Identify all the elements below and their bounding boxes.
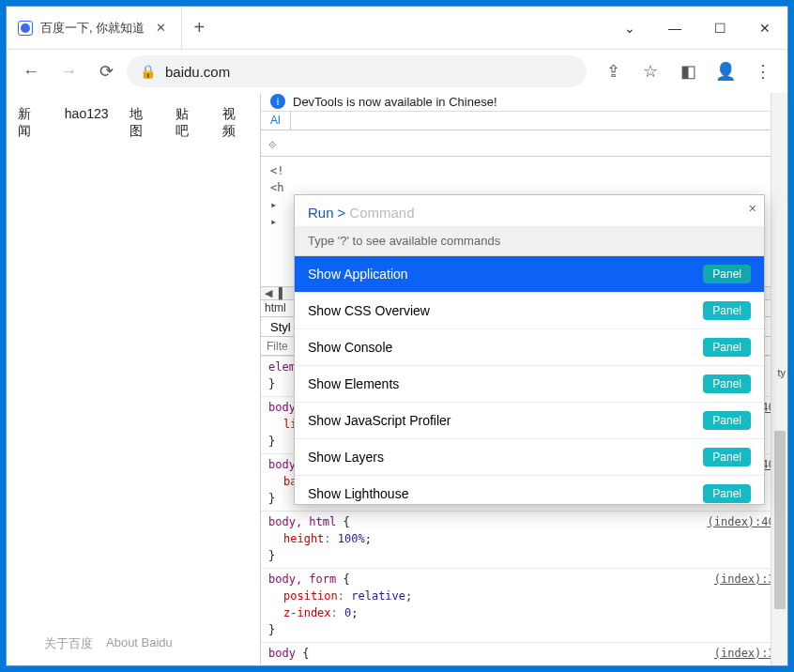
main-area: 新闻hao123地图贴吧视频 关于百度About Baidu i DevTool… [7, 93, 787, 665]
window-maximize-button[interactable]: ☐ [697, 7, 742, 49]
command-item[interactable]: Show ConsolePanel [295, 329, 764, 366]
style-rule[interactable]: (index):30body { [261, 642, 787, 665]
command-run-label: Run [308, 205, 334, 221]
elements-tree-snippet: <!<h▸▸ [270, 162, 283, 230]
page-footer: 关于百度About Baidu [7, 622, 260, 665]
page-nav-link[interactable]: hao123 [65, 106, 109, 140]
command-item-label: Show Layers [308, 450, 384, 465]
url-text: baidu.com [165, 64, 573, 80]
command-item-badge: Panel [703, 484, 751, 503]
command-item[interactable]: Show JavaScript ProfilerPanel [295, 403, 764, 439]
command-item-label: Show JavaScript Profiler [308, 413, 451, 428]
lock-icon: 🔒 [140, 64, 156, 79]
devtools-drawer-scrollbar[interactable] [771, 93, 787, 665]
style-rule[interactable]: (index):31body, form {position: relative… [261, 568, 787, 642]
new-tab-button[interactable]: + [182, 7, 216, 49]
devtools-tree-toolbar: ⟐ [261, 130, 787, 157]
window-close-button[interactable]: ✕ [742, 7, 787, 49]
tab-title: 百度一下, 你就知道 [40, 20, 145, 37]
browser-menu-button[interactable]: ⋮ [746, 54, 780, 88]
devtools-tab-partial[interactable]: Al [261, 112, 291, 130]
tab-favicon-icon [18, 21, 33, 36]
command-item-badge: Panel [703, 411, 751, 430]
command-item[interactable]: Show CSS OverviewPanel [295, 293, 764, 329]
command-item-badge: Panel [703, 374, 751, 393]
browser-tab[interactable]: 百度一下, 你就知道 ✕ [7, 7, 182, 49]
window-minimize-button[interactable]: — [652, 7, 697, 49]
command-item-label: Show Elements [308, 376, 399, 391]
tab-close-icon[interactable]: ✕ [152, 21, 170, 35]
nav-forward-button: → [52, 54, 85, 88]
style-rule[interactable]: (index):404body, html {height: 100%;} [261, 511, 787, 568]
command-list[interactable]: Show ApplicationPanelShow CSS OverviewPa… [295, 256, 764, 504]
omnibox[interactable]: 🔒 baidu.com [127, 55, 587, 87]
info-banner-text: DevTools is now available in Chinese! [293, 95, 497, 109]
page-nav-link[interactable]: 地图 [130, 106, 156, 140]
command-item-label: Show Lighthouse [308, 486, 408, 501]
chevron-right-icon: > [338, 205, 346, 221]
page-content: 新闻hao123地图贴吧视频 关于百度About Baidu [7, 93, 260, 665]
nav-reload-button[interactable]: ⟳ [89, 54, 123, 88]
command-item[interactable]: Show ElementsPanel [295, 366, 764, 403]
command-item-badge: Panel [703, 448, 751, 466]
titlebar: 百度一下, 你就知道 ✕ + ⌄ — ☐ ✕ [7, 7, 787, 50]
command-item-label: Show CSS Overview [308, 303, 430, 318]
command-tip: Type '?' to see available commands [295, 226, 764, 256]
devtools-info-banner[interactable]: i DevTools is now available in Chinese! [261, 93, 787, 112]
command-menu-close-button[interactable]: × [749, 201, 756, 216]
command-placeholder: Command [349, 205, 414, 221]
page-footer-link[interactable]: 关于百度 [44, 635, 93, 652]
page-nav-link[interactable]: 新闻 [18, 106, 44, 140]
share-button[interactable]: ⇪ [596, 54, 630, 88]
profile-button[interactable]: 👤 [709, 54, 742, 88]
address-bar: ← → ⟳ 🔒 baidu.com ⇪ ☆ ◧ 👤 ⋮ [7, 50, 787, 93]
info-icon: i [270, 94, 285, 109]
command-item-badge: Panel [703, 265, 751, 283]
page-nav-link[interactable]: 视频 [222, 106, 249, 140]
command-item-badge: Panel [703, 338, 751, 357]
command-item-label: Show Console [308, 340, 392, 355]
page-nav: 新闻hao123地图贴吧视频 [7, 93, 260, 153]
command-menu: × Run > Command Type '?' to see availabl… [294, 194, 765, 505]
command-item[interactable]: Show ApplicationPanel [295, 256, 764, 293]
window-controls: ⌄ — ☐ ✕ [607, 7, 787, 49]
devtools-side-cutoff-text: ty [777, 367, 786, 378]
devtools-tabstrip: Al [261, 112, 787, 130]
page-footer-link[interactable]: About Baidu [106, 635, 173, 652]
command-item[interactable]: Show LighthousePanel [295, 476, 764, 504]
nav-back-button[interactable]: ← [14, 54, 48, 88]
command-item[interactable]: Show LayersPanel [295, 439, 764, 476]
bookmark-button[interactable]: ☆ [634, 54, 667, 88]
side-panel-button[interactable]: ◧ [671, 54, 705, 88]
element-picker-icon[interactable]: ⟐ [261, 130, 283, 157]
command-item-badge: Panel [703, 301, 751, 320]
command-menu-input[interactable]: Run > Command [295, 195, 764, 226]
browser-window: 百度一下, 你就知道 ✕ + ⌄ — ☐ ✕ ← → ⟳ 🔒 baidu.com… [6, 6, 788, 666]
window-dropdown-button[interactable]: ⌄ [607, 7, 652, 49]
command-item-label: Show Application [308, 267, 408, 282]
page-nav-link[interactable]: 贴吧 [176, 106, 202, 140]
